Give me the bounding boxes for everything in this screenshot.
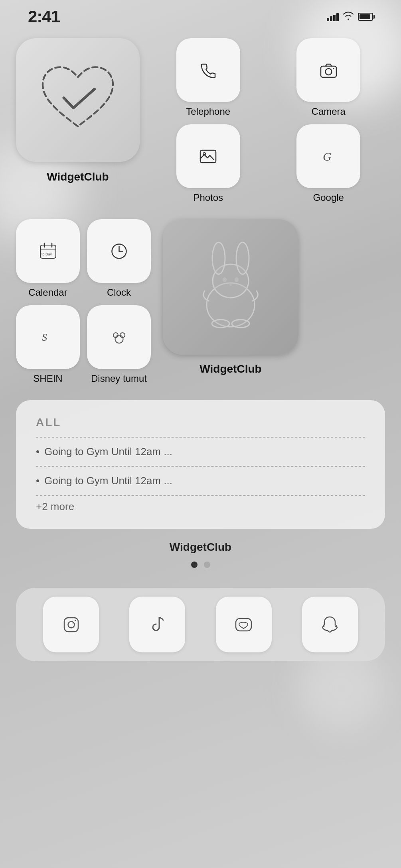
svg-text:S: S xyxy=(42,332,47,343)
cal-section-label: ALL xyxy=(36,416,365,429)
status-time: 2:41 xyxy=(28,7,60,26)
mid-left-grid: to Day Calendar Clock xyxy=(16,219,151,384)
app-item-clock: Clock xyxy=(87,219,151,298)
widgetclub-bunny-item: WidgetClub xyxy=(163,219,298,375)
app-item-disney: Disney tumut xyxy=(87,305,151,384)
widgetclub-big-label: WidgetClub xyxy=(47,171,109,183)
small-apps-grid: Telephone Camera xyxy=(152,38,385,203)
app-item-telephone: Telephone xyxy=(152,38,265,117)
status-icons xyxy=(327,11,373,22)
dock-snapchat-icon[interactable] xyxy=(302,597,358,652)
google-icon[interactable]: G xyxy=(296,124,360,188)
dock-instagram-icon[interactable] xyxy=(43,597,99,652)
svg-point-21 xyxy=(236,242,249,274)
app-item-camera: Camera xyxy=(272,38,385,117)
dock-line-icon[interactable] xyxy=(216,597,272,652)
page-dots xyxy=(16,562,385,568)
svg-point-20 xyxy=(212,242,225,274)
telephone-label: Telephone xyxy=(186,106,230,117)
svg-text:to Day: to Day xyxy=(41,252,52,256)
dock-tiktok-icon[interactable] xyxy=(129,597,185,652)
svg-point-26 xyxy=(232,320,249,328)
app-item-shein: S SHEIN xyxy=(16,305,80,384)
signal-icon xyxy=(327,12,339,21)
disney-icon[interactable] xyxy=(87,305,151,369)
mid-row: to Day Calendar Clock xyxy=(16,219,385,384)
disney-label: Disney tumut xyxy=(91,373,147,384)
photos-label: Photos xyxy=(193,192,223,203)
clock-icon[interactable] xyxy=(87,219,151,283)
telephone-icon[interactable] xyxy=(176,38,240,102)
apps-section: WidgetClub Telephone xyxy=(16,38,385,669)
heart-svg xyxy=(34,56,122,144)
top-row: WidgetClub Telephone xyxy=(16,38,385,203)
svg-point-15 xyxy=(115,335,123,343)
cal-item-2: • Going to Gym Until 12am ... xyxy=(36,471,365,490)
cal-item-1: • Going to Gym Until 12am ... xyxy=(36,442,365,461)
status-bar: 2:41 xyxy=(16,0,385,30)
widgetclub-bunny-label: WidgetClub xyxy=(200,363,261,375)
calendar-icon[interactable]: to Day xyxy=(16,219,80,283)
svg-point-2 xyxy=(333,68,334,69)
battery-icon xyxy=(358,13,373,21)
calendar-label: Calendar xyxy=(28,287,67,298)
dock xyxy=(16,588,385,661)
app-item-photos: Photos xyxy=(152,124,265,203)
calendar-widget: ALL • Going to Gym Until 12am ... • Goin… xyxy=(16,400,385,529)
widgetclub-big-icon[interactable] xyxy=(16,38,140,162)
svg-point-22 xyxy=(223,277,227,282)
camera-label: Camera xyxy=(312,106,346,117)
svg-rect-30 xyxy=(236,619,251,631)
shein-label: SHEIN xyxy=(33,373,62,384)
svg-rect-6 xyxy=(40,245,56,258)
svg-point-23 xyxy=(235,277,239,282)
svg-point-29 xyxy=(75,620,76,621)
widgetclub-footer-label: WidgetClub xyxy=(16,541,385,554)
shein-icon[interactable]: S xyxy=(16,305,80,369)
app-item-google: G Google xyxy=(272,124,385,203)
svg-rect-0 xyxy=(321,66,336,77)
photos-icon[interactable] xyxy=(176,124,240,188)
page-dot-1[interactable] xyxy=(191,562,198,568)
camera-icon[interactable] xyxy=(296,38,360,102)
svg-rect-27 xyxy=(64,618,78,632)
widgetclub-big-item: WidgetClub xyxy=(16,38,140,183)
svg-text:G: G xyxy=(323,150,332,163)
svg-point-4 xyxy=(203,153,205,155)
cal-more: +2 more xyxy=(36,501,365,513)
wifi-icon xyxy=(343,11,354,22)
clock-label: Clock xyxy=(107,287,131,298)
svg-point-1 xyxy=(325,69,332,75)
app-item-calendar: to Day Calendar xyxy=(16,219,80,298)
svg-point-25 xyxy=(212,320,229,328)
page-dot-2[interactable] xyxy=(204,562,210,568)
google-label: Google xyxy=(313,192,344,203)
svg-point-24 xyxy=(229,284,232,286)
widgetclub-bunny-icon[interactable] xyxy=(163,219,298,355)
svg-point-28 xyxy=(68,621,74,628)
